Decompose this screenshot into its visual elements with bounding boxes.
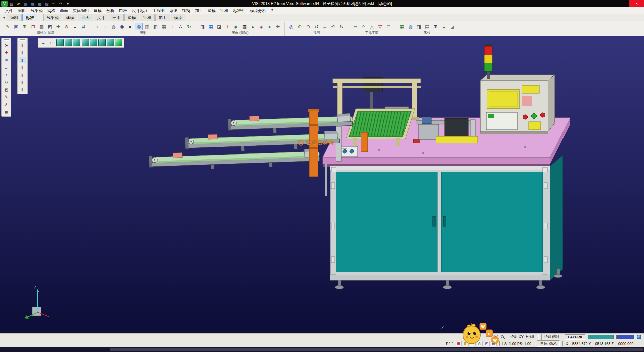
- wireframe-mode-icon[interactable]: ○: [93, 23, 101, 30]
- filter-hatch-icon[interactable]: ▧: [38, 23, 45, 30]
- view-front-icon[interactable]: [73, 39, 80, 46]
- filter-swap-icon[interactable]: ⇄: [79, 23, 87, 30]
- color-swatch-1[interactable]: [588, 335, 614, 339]
- filter-wireframe-icon[interactable]: ▮: [19, 57, 26, 63]
- tab-建模[interactable]: 建模: [63, 14, 77, 22]
- section-view-icon[interactable]: ◧: [152, 23, 159, 30]
- toolbar-grip[interactable]: [20, 39, 25, 41]
- menu-item-文件[interactable]: 文件: [3, 7, 15, 14]
- texture-icon[interactable]: ▦: [207, 23, 215, 30]
- image-settings-icon[interactable]: ✚: [274, 23, 282, 30]
- point-icon[interactable]: ✚: [3, 49, 10, 56]
- tab-应用[interactable]: 应用: [109, 14, 124, 22]
- snap-center-icon[interactable]: ⊕: [3, 57, 10, 63]
- edit-properties-icon[interactable]: ✎: [4, 23, 12, 30]
- shaded-mode-icon[interactable]: ◍: [110, 23, 117, 30]
- zoom-in-icon[interactable]: ⊕: [296, 23, 304, 30]
- environment-icon[interactable]: ●: [266, 23, 273, 30]
- highlight-icon[interactable]: ✶: [224, 23, 231, 30]
- system-snap-icon[interactable]: ⊞: [432, 23, 439, 30]
- view-right-icon[interactable]: [82, 39, 89, 46]
- menu-item-工程图[interactable]: 工程图: [150, 7, 167, 14]
- menu-item-建模[interactable]: 建模: [91, 7, 104, 14]
- filter-dims-icon[interactable]: ▮: [19, 79, 26, 85]
- menu-item-分析[interactable]: 分析: [104, 7, 117, 14]
- search-icon[interactable]: [501, 335, 504, 338]
- view-menu-icon[interactable]: ≡: [40, 39, 47, 46]
- pan-view-icon[interactable]: ↔: [321, 23, 329, 30]
- view-iso-icon[interactable]: [56, 39, 64, 46]
- tab-冲模[interactable]: 冲模: [140, 14, 155, 22]
- view-back-icon[interactable]: [98, 39, 106, 46]
- previous-view-icon[interactable]: ↶: [329, 23, 337, 30]
- toolbar-grip[interactable]: [4, 39, 9, 41]
- menu-item-线架构[interactable]: 线架构: [28, 7, 45, 14]
- translucent-mode-icon[interactable]: ◎: [135, 23, 143, 30]
- menu-item-塑模[interactable]: 塑模: [205, 7, 218, 14]
- menu-item-曲面[interactable]: 曲面: [58, 7, 70, 14]
- menu-item-编辑[interactable]: 编辑: [15, 7, 28, 14]
- tab-尺寸[interactable]: 尺寸: [94, 14, 108, 22]
- move-horizontal-icon[interactable]: ↔: [3, 64, 10, 71]
- undo-icon[interactable]: ↶: [51, 1, 57, 7]
- new-file-icon[interactable]: ▤: [8, 1, 15, 7]
- tab-模流[interactable]: 模流: [171, 14, 185, 22]
- app-logo[interactable]: V: [1, 1, 8, 7]
- workplane-reset-icon[interactable]: □: [385, 23, 392, 30]
- axes-display-icon[interactable]: +: [168, 23, 176, 30]
- close-button[interactable]: ×: [629, 0, 644, 7]
- print-icon[interactable]: ▥: [37, 1, 43, 7]
- viewport-canvas[interactable]: Z Z: [0, 36, 644, 333]
- tab-编辑[interactable]: 编辑: [7, 14, 22, 22]
- filter-all-icon[interactable]: ▮: [19, 86, 26, 93]
- filter-layer-icon[interactable]: ◩: [46, 23, 54, 30]
- dynamic-view-icon[interactable]: ↻: [338, 23, 345, 30]
- view-top-icon[interactable]: [65, 39, 72, 46]
- zebra-analysis-icon[interactable]: ▨: [240, 23, 248, 30]
- workplane-flip-icon[interactable]: ▽: [376, 23, 384, 30]
- redraw-icon[interactable]: ↻: [185, 23, 193, 30]
- sketch-icon[interactable]: ✎: [3, 94, 10, 100]
- qat-dropdown-icon[interactable]: ▾: [65, 1, 71, 7]
- plot-icon[interactable]: ▨: [44, 1, 50, 7]
- render-mode-icon[interactable]: ●: [126, 23, 134, 30]
- menu-item-视窗[interactable]: 视窗: [180, 7, 193, 14]
- grid-display-icon[interactable]: ▦: [160, 23, 168, 30]
- system-cursor-icon[interactable]: ◢: [448, 23, 456, 30]
- curvature-icon[interactable]: ◆: [232, 23, 240, 30]
- filter-off-icon[interactable]: ⊘: [63, 23, 70, 30]
- menu-item-冲模[interactable]: 冲模: [218, 7, 231, 14]
- filter-plus-icon[interactable]: ✚: [54, 23, 62, 30]
- absolute-view-indicator[interactable]: 绝对视图: [541, 334, 562, 340]
- hidden-line-icon[interactable]: ◌: [101, 23, 109, 30]
- view-frame-icon[interactable]: □: [48, 39, 55, 46]
- view-mode-indicator[interactable]: 绝对 XY 上视图: [507, 334, 539, 340]
- move-vertical-icon[interactable]: ↕: [3, 72, 10, 78]
- filter-remove-icon[interactable]: ⊟: [29, 23, 37, 30]
- filter-edges-icon[interactable]: ▮: [19, 64, 26, 71]
- redo-icon[interactable]: ↷: [58, 1, 64, 7]
- menu-item-实体编辑[interactable]: 实体编辑: [70, 7, 91, 14]
- rotate-view-icon[interactable]: ↺: [313, 23, 320, 30]
- zoom-all-icon[interactable]: ◎: [287, 23, 295, 30]
- menu-item-系统[interactable]: 系统: [167, 7, 180, 14]
- thickness-icon[interactable]: ◈: [257, 23, 265, 30]
- mask-icon[interactable]: ◩: [3, 86, 10, 93]
- filter-points-icon[interactable]: ▮: [19, 72, 26, 78]
- filter-surfaces-icon[interactable]: ▮: [19, 49, 26, 56]
- grid-icon[interactable]: ▦: [3, 108, 10, 115]
- image-quality-icon[interactable]: ◨: [199, 23, 206, 30]
- menu-item-尺寸标注[interactable]: 尺寸标注: [129, 7, 150, 14]
- select-icon[interactable]: ➤: [3, 42, 10, 48]
- ghost-mode-icon[interactable]: ▥: [143, 23, 151, 30]
- system-window-icon[interactable]: ◨: [415, 23, 423, 30]
- taskbar-window-bar[interactable]: [110, 348, 643, 351]
- menu-item-标准件[interactable]: 标准件: [231, 7, 248, 14]
- filter-solids-icon[interactable]: ▮: [19, 42, 26, 48]
- tab-线架构[interactable]: 线架构: [43, 14, 62, 22]
- color-swatch-2[interactable]: [616, 335, 634, 339]
- menu-item-模流分析[interactable]: 模流分析: [248, 7, 268, 14]
- draft-analysis-icon[interactable]: ▲: [249, 23, 257, 30]
- system-globe-icon[interactable]: ◍: [407, 23, 414, 30]
- workplane-3pt-icon[interactable]: △: [368, 23, 376, 30]
